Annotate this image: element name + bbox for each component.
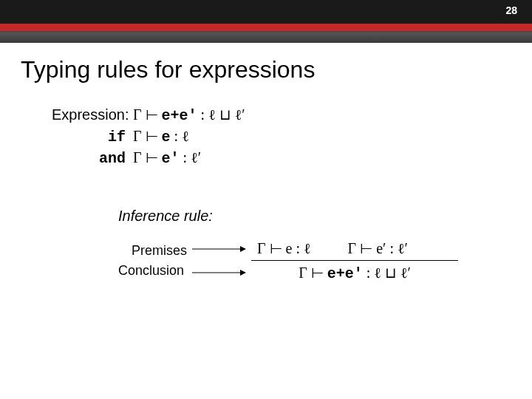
conclusion-label: Conclusion <box>118 262 192 279</box>
header-black-bar: 28 <box>0 0 532 24</box>
inference-labels-column: Premises Conclusion <box>118 242 192 280</box>
expression-premise-1: Γ ⊢ e : ℓ <box>133 127 189 146</box>
rule-premise-2: Γ ⊢ e′ : ℓ′ <box>348 239 408 257</box>
expression-label: Expression: <box>52 106 133 123</box>
rule-conclusion-line: Γ ⊢ e+e′ : ℓ ⊔ ℓ′ <box>251 261 458 282</box>
rule-conclusion: Γ ⊢ e+e′ : ℓ ⊔ ℓ′ <box>299 265 411 281</box>
header-gradient-bar <box>0 31 532 43</box>
inference-rule: Γ ⊢ e : ℓ Γ ⊢ e′ : ℓ′ Γ ⊢ e+e′ : ℓ ⊔ ℓ′ <box>251 239 458 282</box>
svg-marker-1 <box>240 246 246 252</box>
rule-premises-line: Γ ⊢ e : ℓ Γ ⊢ e′ : ℓ′ <box>251 239 458 260</box>
content-area: Expression: Γ ⊢ e+e′ : ℓ ⊔ ℓ′ if Γ ⊢ e :… <box>0 83 532 282</box>
expression-line-2: if Γ ⊢ e : ℓ <box>52 127 532 146</box>
inference-row: Premises Conclusion Γ ⊢ e : ℓ Γ ⊢ e′ : ℓ… <box>118 239 532 282</box>
expression-main-judgement: Γ ⊢ e+e′ : ℓ ⊔ ℓ′ <box>133 106 245 124</box>
expression-line-3: and Γ ⊢ e′ : ℓ′ <box>52 149 532 167</box>
svg-marker-3 <box>240 270 246 276</box>
and-keyword: and <box>52 150 133 167</box>
expression-premise-2: Γ ⊢ e′ : ℓ′ <box>133 149 201 167</box>
inference-section: Inference rule: Premises Conclusion Γ ⊢ … <box>118 208 532 282</box>
arrow-icon <box>192 268 248 277</box>
premises-label: Premises <box>132 242 192 259</box>
slide-title: Typing rules for expressions <box>21 56 532 83</box>
arrow-icon <box>192 245 248 253</box>
rule-premise-1: Γ ⊢ e : ℓ <box>257 239 311 257</box>
page-number: 28 <box>505 4 517 16</box>
arrows-column <box>192 245 251 277</box>
if-keyword: if <box>52 129 133 146</box>
header-red-bar <box>0 24 532 31</box>
expression-line-1: Expression: Γ ⊢ e+e′ : ℓ ⊔ ℓ′ <box>52 106 532 124</box>
inference-heading: Inference rule: <box>118 208 532 225</box>
